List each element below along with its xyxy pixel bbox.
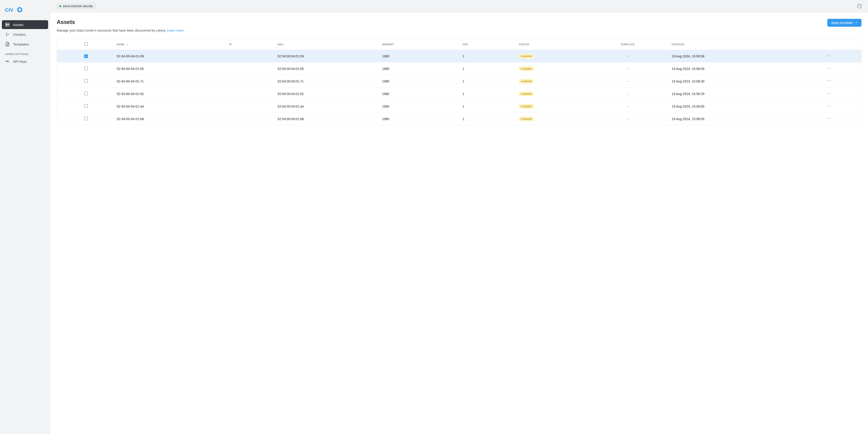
svg-point-16 <box>830 56 831 56</box>
table-row[interactable]: 52-54-00-04-01-8252:54:00:04:01:8219801A… <box>57 88 861 100</box>
key-icon <box>5 59 10 64</box>
row-checkbox[interactable] <box>84 104 88 108</box>
status-label: DATA CENTER ONLINE <box>63 5 93 8</box>
cell-memory: 1980 <box>378 113 459 125</box>
table-row[interactable]: 52-54-00-04-01-a452:54:00:04:01:a419801A… <box>57 100 861 113</box>
cell-memory: 1980 <box>378 75 459 88</box>
cell-cpu: 1 <box>459 113 515 125</box>
status-badge: Available <box>519 116 534 121</box>
svg-point-25 <box>830 93 831 94</box>
svg-point-28 <box>830 106 831 106</box>
col-name-label: NAME <box>117 43 125 46</box>
sidebar-item-label: Assets <box>13 23 24 27</box>
row-checkbox[interactable] <box>84 79 88 83</box>
assets-table: NAME ▲ IP MAC MEMORY CPU STATUS TEMPLATE… <box>57 39 862 125</box>
cell-mac: 52:54:00:04:01:82 <box>274 88 378 100</box>
sidebar: CIV AssetsClustersTemplates ADMIN SETTIN… <box>0 0 50 434</box>
cell-ip <box>225 113 274 125</box>
svg-point-29 <box>827 118 828 119</box>
cell-name: 52-54-00-04-01-b8 <box>113 113 225 125</box>
col-header-ip[interactable]: IP <box>225 39 274 50</box>
cell-template: - <box>587 88 668 100</box>
clusters-icon <box>5 32 10 37</box>
svg-point-18 <box>829 68 829 69</box>
col-header-memory[interactable]: MEMORY <box>378 39 459 50</box>
cell-cpu: 1 <box>459 88 515 100</box>
cell-cpu: 1 <box>459 50 515 63</box>
row-checkbox[interactable] <box>84 92 88 95</box>
svg-point-19 <box>830 68 831 69</box>
sidebar-item-api-keys[interactable]: API keys <box>2 57 48 66</box>
col-header-cpu[interactable]: CPU <box>459 39 515 50</box>
row-actions-button[interactable] <box>827 91 831 96</box>
row-checkbox[interactable] <box>84 116 88 120</box>
more-horizontal-icon <box>827 54 831 59</box>
cell-template: - <box>587 75 668 88</box>
cell-memory: 1980 <box>378 63 459 75</box>
cell-name: 52-54-00-04-01-09 <box>113 50 225 63</box>
row-actions-button[interactable] <box>827 104 831 109</box>
svg-point-30 <box>829 118 829 119</box>
svg-point-6 <box>6 33 7 34</box>
col-header-name[interactable]: NAME ▲ <box>113 39 225 50</box>
logo[interactable]: CIV <box>2 5 48 20</box>
page-description-text: Manage your Data Center's resources that… <box>57 29 166 32</box>
sidebar-item-assets[interactable]: Assets <box>2 20 48 29</box>
svg-point-14 <box>827 56 828 56</box>
row-actions-button[interactable] <box>827 66 831 71</box>
col-header-updated[interactable]: UPDATED <box>668 39 797 50</box>
admin-settings-label: ADMIN SETTINGS <box>2 48 48 57</box>
more-horizontal-icon <box>827 79 831 84</box>
col-header-template[interactable]: TEMPLATE <box>587 39 668 50</box>
table-row[interactable]: 52-54-00-04-01-7c52:54:00:04:01:7c19801A… <box>57 75 861 88</box>
cell-updated: 19 Aug 2024, 15:08:09 <box>668 63 797 75</box>
svg-point-31 <box>830 118 831 119</box>
sidebar-item-templates[interactable]: Templates <box>2 40 48 48</box>
table-row[interactable]: 52-54-00-04-01-b852:54:00:04:01:b819801A… <box>57 113 861 125</box>
col-header-status[interactable]: STATUS <box>515 39 587 50</box>
cell-cpu: 1 <box>459 100 515 113</box>
cell-updated: 19 Aug 2024, 15:08:58 <box>668 50 797 63</box>
col-header-mac[interactable]: MAC <box>274 39 378 50</box>
cell-ip <box>225 100 274 113</box>
cell-memory: 1980 <box>378 88 459 100</box>
svg-point-26 <box>827 106 828 106</box>
cell-template: - <box>587 50 668 63</box>
table-row[interactable]: 52-54-00-04-01-6552:54:00:04:01:6519801A… <box>57 63 861 75</box>
status-badge: Available <box>519 66 534 71</box>
cell-mac: 52:54:00:04:01:7c <box>274 75 378 88</box>
svg-point-15 <box>829 56 829 56</box>
page-title: Assets <box>57 19 75 25</box>
row-actions-button[interactable] <box>827 79 831 84</box>
row-checkbox[interactable] <box>84 66 88 70</box>
status-badge: Available <box>519 104 534 109</box>
apply-template-button[interactable]: Apply template <box>827 19 862 27</box>
sidebar-item-label: API keys <box>13 60 27 63</box>
svg-point-1 <box>18 8 22 12</box>
cell-status: Available <box>515 100 587 113</box>
sidebar-item-clusters[interactable]: Clusters <box>2 30 48 39</box>
status-badge: Available <box>519 92 534 96</box>
row-actions-button[interactable] <box>827 116 831 121</box>
row-actions-button[interactable] <box>827 54 831 59</box>
more-horizontal-icon <box>827 91 831 96</box>
cell-mac: 52:54:00:04:01:09 <box>274 50 378 63</box>
select-all-checkbox[interactable] <box>84 42 88 46</box>
cell-memory: 1980 <box>378 50 459 63</box>
sort-asc-icon: ▲ <box>126 43 128 46</box>
cell-ip <box>225 75 274 88</box>
svg-point-24 <box>829 93 829 94</box>
templates-icon <box>5 42 10 46</box>
row-checkbox[interactable] <box>84 54 88 58</box>
more-horizontal-icon <box>827 104 831 109</box>
sidebar-item-label: Templates <box>13 42 29 46</box>
svg-point-23 <box>827 93 828 94</box>
content-card: Assets Apply template Manage your Data C… <box>50 12 868 434</box>
svg-point-11 <box>6 61 7 62</box>
table-row[interactable]: 52-54-00-04-01-0952:54:00:04:01:0919801A… <box>57 50 861 63</box>
learn-more-link[interactable]: Learn more <box>167 29 184 32</box>
help-icon[interactable] <box>857 3 862 9</box>
assets-icon <box>5 22 10 27</box>
datacenter-status-pill: DATA CENTER ONLINE <box>56 3 96 9</box>
cell-name: 52-54-00-04-01-7c <box>113 75 225 88</box>
